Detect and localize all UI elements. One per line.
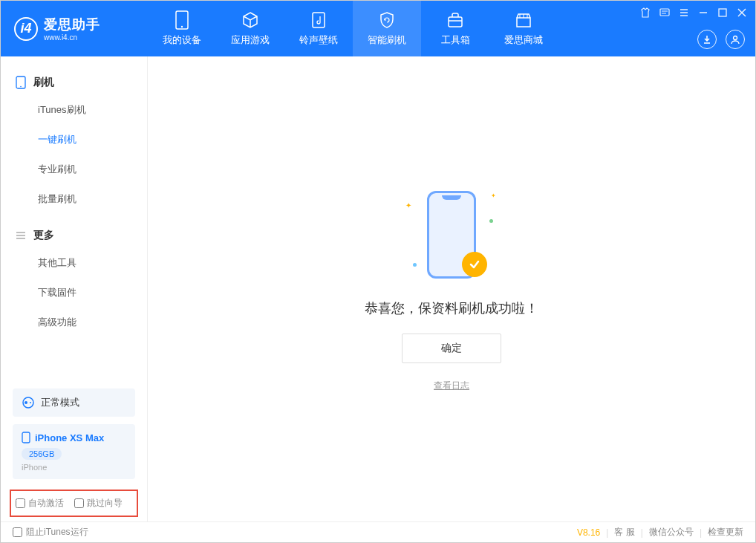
app-subtitle: www.i4.cn: [44, 33, 100, 42]
sidebar-item-pro-flash[interactable]: 专业刷机: [1, 155, 147, 184]
phone-small-icon: [22, 432, 30, 443]
minimize-button[interactable]: [697, 7, 709, 19]
tab-label: 工具箱: [441, 33, 470, 47]
svg-point-26: [25, 401, 27, 404]
device-capacity-badge: 256GB: [22, 448, 62, 460]
nav-tabs: 我的设备 应用游戏 铃声壁纸 智能刷机 工具箱 爱思商城: [148, 1, 558, 56]
skip-guide-checkbox[interactable]: [74, 498, 84, 508]
sidebar-item-itunes-flash[interactable]: iTunes刷机: [1, 95, 147, 125]
feedback-icon[interactable]: [659, 7, 671, 19]
device-type: iPhone: [22, 463, 126, 472]
body-area: 刷机 iTunes刷机 一键刷机 专业刷机 批量刷机 更多 其他工具 下载固件 …: [1, 56, 755, 521]
check-update-link[interactable]: 检查更新: [708, 526, 743, 539]
tab-apps[interactable]: 应用游戏: [216, 1, 284, 56]
support-link[interactable]: 客 服: [614, 526, 634, 539]
svg-point-1: [181, 26, 183, 27]
success-message: 恭喜您，保资料刷机成功啦！: [365, 299, 538, 317]
opt-skip-guide[interactable]: 跳过向导: [74, 497, 123, 510]
ok-button[interactable]: 确定: [402, 334, 501, 363]
tab-my-device[interactable]: 我的设备: [148, 1, 216, 56]
device-name-row: iPhone XS Max: [22, 432, 126, 443]
sidebar-item-batch-flash[interactable]: 批量刷机: [1, 184, 147, 214]
menu-icon[interactable]: [678, 7, 690, 19]
shirt-icon[interactable]: [639, 7, 651, 19]
sidebar-item-onekey-flash[interactable]: 一键刷机: [1, 125, 147, 155]
app-header: i4 爱思助手 www.i4.cn 我的设备 应用游戏 铃声壁纸 智能刷机 工具…: [1, 1, 755, 56]
version-label: V8.16: [577, 527, 600, 538]
music-note-icon: [309, 10, 328, 30]
list-icon: [16, 230, 26, 241]
logo-section: i4 爱思助手 www.i4.cn: [1, 16, 148, 42]
app-logo-icon: i4: [14, 17, 38, 41]
status-bar: 阻止iTunes运行 V8.16 | 客 服 | 微信公众号 | 检查更新: [1, 521, 755, 542]
tab-store[interactable]: 爱思商城: [489, 1, 558, 56]
tab-label: 应用游戏: [231, 33, 270, 47]
maximize-button[interactable]: [717, 7, 729, 19]
footer-right: V8.16 | 客 服 | 微信公众号 | 检查更新: [577, 526, 743, 539]
flash-options-highlighted: 自动激活 跳过向导: [10, 490, 138, 517]
success-check-icon: [462, 252, 487, 277]
tab-label: 我的设备: [163, 33, 201, 47]
header-action-buttons: [697, 30, 745, 49]
sidebar-item-advanced[interactable]: 高级功能: [1, 308, 147, 337]
separator: |: [606, 527, 608, 538]
block-itunes-label: 阻止iTunes运行: [26, 526, 88, 539]
view-log-link[interactable]: 查看日志: [434, 380, 469, 392]
separator: |: [700, 527, 702, 538]
cube-icon: [241, 10, 260, 30]
download-button[interactable]: [697, 30, 717, 49]
svg-rect-2: [313, 13, 325, 27]
separator: |: [641, 527, 643, 538]
phone-icon: [16, 76, 26, 89]
close-button[interactable]: [736, 7, 748, 19]
dot-icon: [489, 219, 493, 223]
svg-point-27: [30, 402, 31, 403]
sparkle-icon: ✦: [405, 201, 411, 209]
mode-icon: [22, 396, 35, 409]
shield-refresh-icon: [377, 10, 397, 30]
tab-label: 铃声壁纸: [299, 33, 338, 47]
tab-ringtones[interactable]: 铃声壁纸: [284, 1, 353, 56]
svg-rect-8: [660, 9, 669, 16]
success-illustration: ✦ ✦: [385, 186, 518, 283]
sidebar-group-flash: 刷机: [1, 70, 147, 95]
window-controls: [639, 7, 748, 19]
group-label: 更多: [33, 229, 54, 242]
sidebar-item-other-tools[interactable]: 其他工具: [1, 248, 147, 278]
opt-label: 跳过向导: [87, 497, 123, 510]
svg-point-19: [734, 36, 737, 40]
device-info-box[interactable]: iPhone XS Max 256GB iPhone: [13, 424, 135, 479]
opt-auto-activate[interactable]: 自动激活: [16, 497, 64, 510]
wechat-link[interactable]: 微信公众号: [649, 526, 694, 539]
svg-rect-3: [449, 17, 462, 27]
user-button[interactable]: [726, 30, 745, 49]
phone-notch: [442, 195, 461, 200]
main-content: ✦ ✦ 恭喜您，保资料刷机成功啦！ 确定 查看日志: [148, 56, 755, 521]
sparkle-icon: ✦: [491, 192, 496, 199]
block-itunes-checkbox[interactable]: [13, 527, 22, 537]
logo-text: 爱思助手 www.i4.cn: [44, 16, 100, 42]
sidebar: 刷机 iTunes刷机 一键刷机 专业刷机 批量刷机 更多 其他工具 下载固件 …: [1, 56, 148, 521]
tab-smart-flash[interactable]: 智能刷机: [353, 1, 421, 56]
sidebar-item-download-firmware[interactable]: 下载固件: [1, 278, 147, 308]
store-icon: [514, 10, 533, 30]
sidebar-group-more: 更多: [1, 223, 147, 248]
app-title: 爱思助手: [44, 16, 100, 33]
mode-label: 正常模式: [41, 396, 79, 409]
svg-rect-15: [719, 9, 726, 16]
auto-activate-checkbox[interactable]: [16, 498, 25, 508]
toolbox-icon: [446, 10, 465, 30]
dot-icon: [413, 263, 417, 267]
tab-label: 智能刷机: [368, 33, 406, 47]
device-mode-box[interactable]: 正常模式: [13, 388, 135, 417]
block-itunes-option[interactable]: 阻止iTunes运行: [13, 526, 88, 539]
tab-toolbox[interactable]: 工具箱: [421, 1, 489, 56]
group-label: 刷机: [33, 76, 54, 89]
tab-label: 爱思商城: [504, 33, 543, 47]
device-section: 正常模式 iPhone XS Max 256GB iPhone: [1, 388, 147, 482]
svg-rect-28: [22, 432, 30, 443]
device-icon: [172, 10, 192, 30]
opt-label: 自动激活: [28, 497, 64, 510]
svg-point-21: [20, 86, 22, 88]
device-name: iPhone XS Max: [35, 432, 104, 443]
